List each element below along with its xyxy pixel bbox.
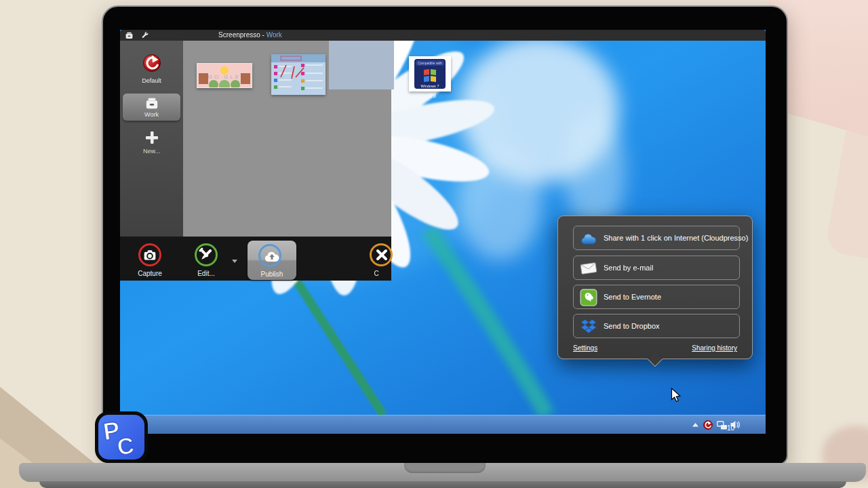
sidebar-item-new[interactable]: New... — [120, 127, 183, 161]
send-email-item[interactable]: Send by e-mail — [573, 256, 740, 280]
window-title-separator: - — [262, 31, 264, 39]
workspace-sidebar: Default Work New... — [120, 41, 183, 237]
google-doodle-text: GO GLE — [208, 74, 241, 80]
clipped-label: C — [353, 270, 400, 277]
publish-cloud-icon — [263, 249, 281, 263]
sharing-history-link[interactable]: Sharing history — [692, 344, 737, 352]
share-item-label: Send by e-mail — [604, 264, 653, 272]
share-cloudpresso-item[interactable]: Share with 1 click on Internet (Cloudpre… — [573, 226, 740, 250]
clipped-cross-icon — [374, 247, 389, 262]
edit-dropdown-arrow[interactable] — [231, 259, 238, 264]
publish-label: Publish — [248, 270, 296, 278]
thumbnail-diagram[interactable] — [271, 54, 326, 95]
svg-text:Compatible with: Compatible with — [418, 61, 442, 65]
laptop-hinge-notch — [404, 463, 486, 473]
laptop-base-lip — [39, 481, 846, 488]
taskbar[interactable]: 10 — [120, 415, 766, 434]
window-titlebar[interactable]: Screenpresso - Work — [120, 30, 766, 41]
edit-tools-icon — [197, 246, 215, 264]
window-title-workspace: Work — [267, 31, 282, 39]
window-title-app: Screenpresso — [218, 31, 260, 39]
capture-label: Capture — [126, 270, 174, 277]
svg-text:Windows 7: Windows 7 — [421, 84, 439, 88]
sidebar-item-label: New... — [120, 148, 183, 155]
laptop-screen: Screenpresso - Work Default — [120, 30, 766, 434]
window-title: Screenpresso - Work — [120, 31, 380, 39]
show-hidden-icons-arrow[interactable] — [692, 423, 698, 427]
mouse-cursor — [671, 388, 682, 403]
bottom-toolbar: Capture Edit... — [120, 237, 391, 281]
taskbar-clock[interactable]: 10 — [727, 424, 734, 432]
pc-logo-badge: P C — [95, 411, 148, 463]
screenpresso-logo-icon — [142, 54, 161, 73]
send-evernote-item[interactable]: Send to Evernote — [573, 285, 740, 309]
edit-label: Edit... — [182, 270, 230, 277]
workspace-content: GO GLE — [183, 41, 391, 237]
cloud-icon — [580, 230, 597, 247]
system-tray: 10 — [684, 415, 766, 434]
sidebar-item-label: Work — [120, 111, 183, 118]
stage: Screenpresso - Work Default — [0, 0, 868, 488]
pc-logo-glyph: P C — [98, 415, 144, 460]
plus-icon — [144, 130, 159, 145]
thumbnail-google-doodle[interactable]: GO GLE — [197, 63, 252, 88]
share-item-label: Send to Evernote — [604, 293, 661, 301]
dropbox-icon — [580, 318, 597, 336]
evernote-icon — [580, 289, 597, 306]
send-dropbox-item[interactable]: Send to Dropbox — [573, 314, 740, 338]
publish-share-popup: Share with 1 click on Internet (Cloudpre… — [557, 216, 753, 359]
publish-button[interactable]: Publish — [248, 241, 296, 280]
share-item-label: Send to Dropbox — [604, 322, 660, 330]
thumbnail-filename-fragment: _19 — [426, 92, 436, 99]
svg-text:C: C — [115, 432, 136, 460]
screenpresso-window: Screenpresso - Work Default — [120, 30, 391, 281]
thumbnail-windows7-box[interactable]: Compatible with Windows 7 — [409, 56, 451, 92]
screenpresso-tray-icon[interactable] — [703, 420, 713, 430]
network-tray-icon[interactable] — [717, 421, 727, 430]
work-drawer-icon — [144, 96, 159, 110]
camera-icon — [143, 249, 157, 261]
sidebar-item-work[interactable]: Work — [120, 95, 183, 123]
settings-link[interactable]: Settings — [573, 344, 597, 352]
sidebar-item-default[interactable]: Default — [120, 50, 183, 91]
share-item-label: Share with 1 click on Internet (Cloudpre… — [604, 234, 748, 242]
selected-thumbnail-highlight — [329, 41, 394, 89]
sidebar-item-label: Default — [120, 77, 183, 84]
email-icon — [580, 260, 597, 277]
